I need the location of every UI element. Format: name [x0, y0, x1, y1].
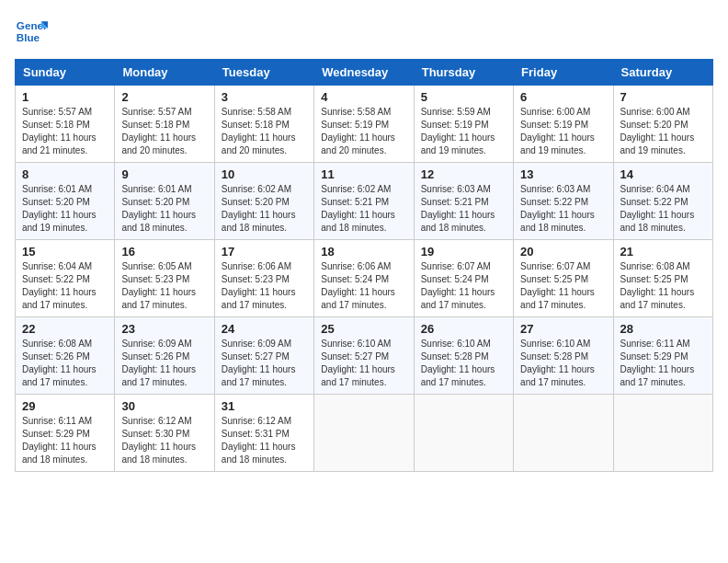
day-cell-21: 21 Sunrise: 6:08 AMSunset: 5:25 PMDaylig…	[613, 240, 712, 317]
day-number: 24	[222, 322, 307, 336]
day-info: Sunrise: 5:57 AMSunset: 5:18 PMDaylight:…	[121, 107, 196, 155]
day-cell-6: 6 Sunrise: 6:00 AMSunset: 5:19 PMDayligh…	[514, 86, 613, 163]
day-info: Sunrise: 6:03 AMSunset: 5:22 PMDaylight:…	[520, 184, 595, 233]
day-info: Sunrise: 6:06 AMSunset: 5:23 PMDaylight:…	[222, 261, 296, 310]
day-cell-15: 15 Sunrise: 6:04 AMSunset: 5:22 PMDaylig…	[16, 240, 115, 317]
day-cell-25: 25 Sunrise: 6:10 AMSunset: 5:27 PMDaylig…	[314, 317, 414, 395]
day-info: Sunrise: 6:00 AMSunset: 5:19 PMDaylight:…	[520, 107, 595, 155]
day-number: 18	[321, 245, 406, 259]
day-cell-9: 9 Sunrise: 6:01 AMSunset: 5:20 PMDayligh…	[115, 163, 214, 240]
day-number: 7	[620, 90, 706, 104]
empty-cell	[414, 395, 513, 472]
calendar-table: SundayMondayTuesdayWednesdayThursdayFrid…	[15, 59, 713, 472]
day-cell-5: 5 Sunrise: 5:59 AMSunset: 5:19 PMDayligh…	[414, 86, 513, 163]
svg-text:Blue: Blue	[17, 31, 40, 43]
day-cell-17: 17 Sunrise: 6:06 AMSunset: 5:23 PMDaylig…	[214, 240, 313, 317]
day-number: 15	[22, 245, 108, 259]
day-cell-1: 1 Sunrise: 5:57 AMSunset: 5:18 PMDayligh…	[16, 86, 115, 163]
day-info: Sunrise: 6:02 AMSunset: 5:21 PMDaylight:…	[321, 184, 395, 233]
day-number: 21	[620, 245, 706, 259]
week-row-4: 22 Sunrise: 6:08 AMSunset: 5:26 PMDaylig…	[16, 317, 713, 395]
day-number: 31	[222, 399, 307, 413]
day-info: Sunrise: 5:58 AMSunset: 5:18 PMDaylight:…	[222, 107, 296, 155]
day-cell-26: 26 Sunrise: 6:10 AMSunset: 5:28 PMDaylig…	[414, 317, 513, 395]
day-info: Sunrise: 6:08 AMSunset: 5:26 PMDaylight:…	[22, 339, 97, 387]
col-header-saturday: Saturday	[613, 60, 712, 86]
day-cell-23: 23 Sunrise: 6:09 AMSunset: 5:26 PMDaylig…	[115, 317, 214, 395]
day-cell-12: 12 Sunrise: 6:03 AMSunset: 5:21 PMDaylig…	[414, 163, 513, 240]
day-number: 8	[22, 167, 108, 181]
week-row-3: 15 Sunrise: 6:04 AMSunset: 5:22 PMDaylig…	[16, 240, 713, 317]
day-cell-2: 2 Sunrise: 5:57 AMSunset: 5:18 PMDayligh…	[115, 86, 214, 163]
day-cell-27: 27 Sunrise: 6:10 AMSunset: 5:28 PMDaylig…	[514, 317, 613, 395]
day-cell-18: 18 Sunrise: 6:06 AMSunset: 5:24 PMDaylig…	[314, 240, 414, 317]
week-row-1: 1 Sunrise: 5:57 AMSunset: 5:18 PMDayligh…	[16, 86, 713, 163]
day-number: 30	[121, 399, 207, 413]
day-cell-13: 13 Sunrise: 6:03 AMSunset: 5:22 PMDaylig…	[514, 163, 613, 240]
header-row: SundayMondayTuesdayWednesdayThursdayFrid…	[16, 60, 713, 86]
day-number: 12	[421, 167, 506, 181]
day-number: 3	[222, 90, 307, 104]
empty-cell	[314, 395, 414, 472]
day-number: 6	[520, 90, 606, 104]
day-cell-31: 31 Sunrise: 6:12 AMSunset: 5:31 PMDaylig…	[214, 395, 313, 472]
day-cell-11: 11 Sunrise: 6:02 AMSunset: 5:21 PMDaylig…	[314, 163, 414, 240]
day-info: Sunrise: 6:10 AMSunset: 5:28 PMDaylight:…	[520, 339, 595, 387]
day-number: 29	[22, 399, 108, 413]
page-header: General Blue	[15, 15, 713, 48]
day-info: Sunrise: 6:11 AMSunset: 5:29 PMDaylight:…	[22, 416, 97, 465]
week-row-5: 29 Sunrise: 6:11 AMSunset: 5:29 PMDaylig…	[16, 395, 713, 472]
day-number: 10	[222, 167, 307, 181]
day-info: Sunrise: 5:58 AMSunset: 5:19 PMDaylight:…	[321, 107, 395, 155]
day-info: Sunrise: 6:07 AMSunset: 5:24 PMDaylight:…	[421, 261, 495, 310]
day-number: 16	[121, 245, 207, 259]
day-cell-8: 8 Sunrise: 6:01 AMSunset: 5:20 PMDayligh…	[16, 163, 115, 240]
day-info: Sunrise: 6:12 AMSunset: 5:30 PMDaylight:…	[121, 416, 196, 465]
day-info: Sunrise: 6:02 AMSunset: 5:20 PMDaylight:…	[222, 184, 296, 233]
day-number: 14	[620, 167, 706, 181]
day-info: Sunrise: 5:59 AMSunset: 5:19 PMDaylight:…	[421, 107, 495, 155]
day-number: 22	[22, 322, 108, 336]
day-cell-4: 4 Sunrise: 5:58 AMSunset: 5:19 PMDayligh…	[314, 86, 414, 163]
day-cell-20: 20 Sunrise: 6:07 AMSunset: 5:25 PMDaylig…	[514, 240, 613, 317]
col-header-wednesday: Wednesday	[314, 60, 414, 86]
logo: General Blue	[15, 15, 48, 48]
day-info: Sunrise: 6:07 AMSunset: 5:25 PMDaylight:…	[520, 261, 595, 310]
day-cell-29: 29 Sunrise: 6:11 AMSunset: 5:29 PMDaylig…	[16, 395, 115, 472]
day-cell-7: 7 Sunrise: 6:00 AMSunset: 5:20 PMDayligh…	[613, 86, 712, 163]
day-info: Sunrise: 6:01 AMSunset: 5:20 PMDaylight:…	[121, 184, 196, 233]
day-number: 5	[421, 90, 506, 104]
day-number: 13	[520, 167, 606, 181]
day-cell-24: 24 Sunrise: 6:09 AMSunset: 5:27 PMDaylig…	[214, 317, 313, 395]
day-cell-14: 14 Sunrise: 6:04 AMSunset: 5:22 PMDaylig…	[613, 163, 712, 240]
col-header-monday: Monday	[115, 60, 214, 86]
day-cell-19: 19 Sunrise: 6:07 AMSunset: 5:24 PMDaylig…	[414, 240, 513, 317]
day-number: 11	[321, 167, 406, 181]
day-number: 20	[520, 245, 606, 259]
day-info: Sunrise: 6:09 AMSunset: 5:27 PMDaylight:…	[222, 339, 296, 387]
col-header-thursday: Thursday	[414, 60, 513, 86]
day-info: Sunrise: 6:09 AMSunset: 5:26 PMDaylight:…	[121, 339, 196, 387]
day-cell-28: 28 Sunrise: 6:11 AMSunset: 5:29 PMDaylig…	[613, 317, 712, 395]
day-info: Sunrise: 6:05 AMSunset: 5:23 PMDaylight:…	[121, 261, 196, 310]
col-header-friday: Friday	[514, 60, 613, 86]
day-info: Sunrise: 6:10 AMSunset: 5:27 PMDaylight:…	[321, 339, 395, 387]
empty-cell	[514, 395, 613, 472]
day-number: 19	[421, 245, 506, 259]
day-number: 26	[421, 322, 506, 336]
day-info: Sunrise: 6:04 AMSunset: 5:22 PMDaylight:…	[22, 261, 97, 310]
day-number: 2	[121, 90, 207, 104]
col-header-sunday: Sunday	[16, 60, 115, 86]
day-info: Sunrise: 6:01 AMSunset: 5:20 PMDaylight:…	[22, 184, 97, 233]
week-row-2: 8 Sunrise: 6:01 AMSunset: 5:20 PMDayligh…	[16, 163, 713, 240]
day-cell-22: 22 Sunrise: 6:08 AMSunset: 5:26 PMDaylig…	[16, 317, 115, 395]
day-info: Sunrise: 6:04 AMSunset: 5:22 PMDaylight:…	[620, 184, 695, 233]
day-info: Sunrise: 5:57 AMSunset: 5:18 PMDaylight:…	[22, 107, 97, 155]
day-cell-30: 30 Sunrise: 6:12 AMSunset: 5:30 PMDaylig…	[115, 395, 214, 472]
day-info: Sunrise: 6:12 AMSunset: 5:31 PMDaylight:…	[222, 416, 296, 465]
empty-cell	[613, 395, 712, 472]
logo-icon: General Blue	[15, 15, 48, 48]
day-number: 4	[321, 90, 406, 104]
day-number: 27	[520, 322, 606, 336]
day-cell-10: 10 Sunrise: 6:02 AMSunset: 5:20 PMDaylig…	[214, 163, 313, 240]
